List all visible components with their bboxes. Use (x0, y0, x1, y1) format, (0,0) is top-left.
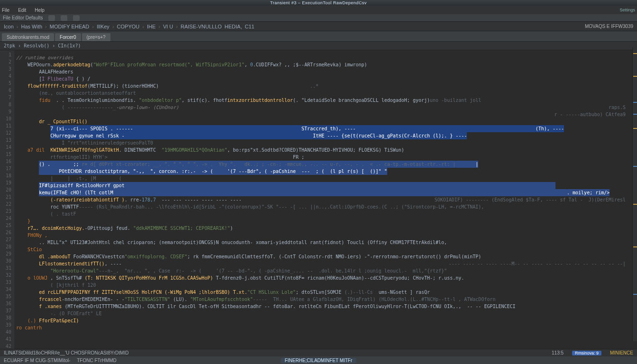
menu-help[interactable]: Help (35, 8, 45, 13)
code-line[interactable]: WEPOourn.adperkodebtag("WofP'FILon profo… (16, 61, 633, 68)
breadcrumb-item[interactable]: IHE (147, 24, 155, 29)
code-area[interactable]: // runtime overrides WEPOourn.adperkodeb… (14, 50, 637, 349)
status-badge[interactable]: Rmsinova: 9 (572, 351, 601, 355)
code-line[interactable]: ( [kjthril f 120 (16, 282, 633, 289)
code-line[interactable]: .. MILL"x" UT123#JohtHtnl chel crioparon… (16, 239, 633, 246)
line-number-gutter: 1234567891011121314151617181920212223242… (0, 50, 14, 349)
sub-menu-bar: File Editor Defaults (0, 14, 637, 22)
breadcrumb-item[interactable]: MODIFY EHEAD (50, 24, 90, 29)
code-line[interactable]: // runtime overrides (16, 54, 633, 61)
code-line[interactable]: | | -t-, |M ( (16, 175, 633, 182)
breadcrumb-right-info: MOVAQS E IFFW3039 (585, 24, 633, 29)
structure-crumb[interactable]: 2tpk (4, 43, 15, 48)
structure-crumb[interactable]: CIn(1x?) (58, 43, 81, 48)
code-line[interactable]: ( . tastF (16, 210, 633, 218)
breadcrumb: Icon› Has With› MODIFY EHEAD› IllKey› CO… (0, 22, 637, 31)
code-line[interactable]: } (16, 218, 633, 225)
code-line[interactable]: o lOUWJ , SnTSsfT%# (T: NTTIKSK QITyorPo… (16, 274, 633, 282)
toolbar-button-1[interactable] (48, 15, 55, 21)
cursor-position[interactable]: 113:5 (552, 350, 564, 355)
code-line[interactable]: dl .amboduT FooRWANCHCVxesttcn"omxiffopl… (16, 253, 633, 260)
code-line[interactable]: I "rrt"ntlinineruledgersueoPalT0 (16, 139, 633, 146)
code-line[interactable]: r7…. dcoimKetcHoigy.-OPittoupj feud. "dd… (16, 225, 633, 232)
code-line[interactable]: 7 (xi---ci--- SPODIS . ------ STraccred_… (16, 125, 633, 132)
toolbar-button-3[interactable] (73, 15, 80, 21)
code-line[interactable]: (ne., ountablocortiontanseteoffart (16, 90, 633, 97)
footer-text-left: ECUARF IF M CUG-STMIMitol- (4, 358, 71, 363)
inspection-mark[interactable] (633, 204, 637, 205)
code-line[interactable]: a7 dil KWINWRISAdTfOfnglGATOktH. DINETNO… (16, 146, 633, 154)
code-line[interactable]: FHONy , (16, 232, 633, 239)
code-line[interactable]: (-rateorireiobtahiontifT ). rre-178,7 --… (16, 196, 633, 203)
footer-text-left2: TFONC FTrHMMD (77, 358, 117, 363)
window-title: Transient #3 – ExecutionTool RawDependCs… (0, 0, 637, 6)
code-line[interactable]: StCio (16, 246, 633, 253)
toolbar-button-2[interactable] (61, 15, 67, 21)
breadcrumb-item[interactable]: HEDIA, (225, 24, 242, 29)
code-line[interactable]: fidu . . TesmOorkingluminbondfis. "onbdo… (16, 97, 633, 104)
encoding-label[interactable]: MINIENCE (610, 350, 633, 355)
code-line[interactable]: f .xanes (MTfeRGTeDrUITTTTMNZaIBUHO). CD… (16, 303, 633, 310)
inspection-mark[interactable] (633, 128, 637, 129)
code-editor[interactable]: 1234567891011121314151617181920212223242… (0, 50, 637, 349)
inspection-mark[interactable] (633, 246, 637, 247)
code-line[interactable]: POtECHDR rdsolsctitptran, "-,, ", corcon… (16, 168, 633, 175)
breadcrumb-item[interactable]: Has With (21, 24, 42, 29)
code-line[interactable]: frcascel-nncHorEHEDEMIHEn- - -"TILTCENSA… (16, 296, 633, 303)
breadcrumb-item[interactable]: Icon (4, 24, 14, 29)
inspection-mark[interactable] (633, 166, 637, 167)
file-tab[interactable]: Subtronkarents.mod (2, 33, 54, 41)
code-line[interactable]: CHurreguw gynue nel rSsk - ItHE ---- {se… (16, 132, 633, 139)
code-line[interactable]: AALAFHeaders (16, 68, 633, 75)
code-line[interactable]: -. (O FCOEraft" LE (16, 310, 633, 317)
inspection-mark[interactable] (633, 114, 637, 115)
code-line[interactable]: ( ----------------_-unrep-lown- (CUnOnor… (16, 104, 633, 111)
inspection-mark[interactable] (633, 76, 637, 77)
inspection-strip[interactable] (632, 47, 637, 341)
status-message: ILINATStDilild18oCHRR#e__'U CHOSFRONcASt… (4, 350, 128, 355)
breadcrumb-item[interactable]: IllKey (97, 24, 109, 29)
sub-menu-label: File Editor Defaults (3, 15, 43, 20)
code-line[interactable]: roc YUNTTF----- (Rsl_PmaRndlr-bah... -\l… (16, 203, 633, 210)
code-line[interactable]: IF#lpizsaiff R>tilooHorrY gpot (16, 182, 633, 189)
footer-pill[interactable]: FINERHE;CILADMINFET MITFr (281, 358, 356, 363)
code-line[interactable]: rtfnrtingelII) HYH'> FR ; (16, 154, 633, 161)
code-line[interactable]: "Horerootu-Crawl"---n-_, "nr... ", , Cas… (16, 267, 633, 274)
code-line[interactable]: [I FlibecaTU { ) / (16, 75, 633, 82)
code-line[interactable]: flowfffffff-trudittof(METTILLF); (tioner… (16, 82, 633, 90)
structure-crumb[interactable]: Resolvb() (24, 43, 49, 48)
code-line[interactable]: r - -----autbubo) CAtfea9 (16, 111, 633, 118)
footer-bar: ECUARF IF M CUG-STMIMitol- TFONC FTrHMMD… (0, 356, 637, 364)
status-bar: ILINATStDilild18oCHRR#e__'U CHOSFRONcASt… (0, 349, 637, 356)
file-tab[interactable]: (pre=s+? (82, 33, 110, 41)
file-tabs: Subtronkarents.mod Forcer0 (pre=s+? (0, 31, 637, 42)
inspection-mark[interactable] (633, 294, 637, 295)
menu-edit[interactable]: Edit (18, 8, 26, 13)
code-line[interactable]: ed rcLLFNFPPADIFNY ff ZITIYselHOoSS Holr… (16, 289, 633, 296)
file-tab-active[interactable]: Forcer0 (55, 33, 81, 41)
code-line[interactable]: ro cantrh (16, 324, 633, 331)
code-line[interactable]: (.) FforEPat&pecI) (16, 317, 633, 324)
inspection-mark[interactable] (633, 53, 637, 54)
menu-bar: File Edit Help Settings (0, 6, 637, 14)
breadcrumb-item[interactable]: RAISE-VNULLLO (181, 24, 222, 29)
editor-subheader: 2tpk› Resolvb()› CIn(1x?) (0, 42, 637, 50)
menu-file[interactable]: File (2, 8, 9, 13)
code-line[interactable]: LFlostomestriendtifTT(), -------- ---- -… (16, 260, 633, 267)
breadcrumb-item[interactable]: VI U (163, 24, 173, 29)
inspection-mark[interactable] (633, 102, 637, 103)
breadcrumb-item[interactable]: C11 (245, 24, 255, 29)
code-line[interactable]: dr _ CpountTFil() (16, 118, 633, 125)
code-line[interactable]: () . ;; r= d[ d0Prt xt-cznrater; __, ". … (16, 161, 633, 168)
breadcrumb-item[interactable]: COPYOU (117, 24, 140, 29)
menu-settings-link[interactable]: Settings (619, 8, 635, 12)
code-line[interactable]: kemu(IFTmE cHO! (lTt cotlM . moilye; rim… (16, 189, 633, 196)
